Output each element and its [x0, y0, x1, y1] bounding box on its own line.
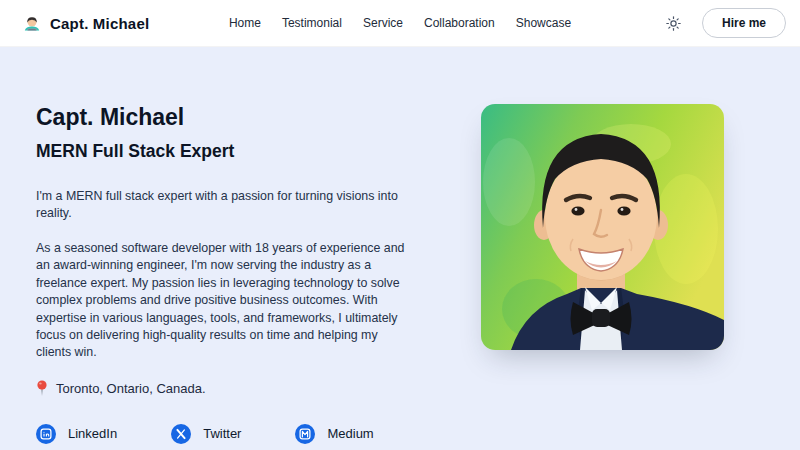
sun-icon [666, 16, 681, 31]
technologist-emoji-icon [22, 13, 42, 33]
medium-icon [295, 424, 315, 444]
social-links: LinkedIn Twitter Medium [36, 424, 416, 444]
profile-photo [481, 104, 724, 350]
brand[interactable]: Capt. Michael [22, 13, 149, 33]
social-label: Twitter [203, 426, 241, 441]
nav-link-showcase[interactable]: Showcase [516, 16, 571, 30]
navbar: Capt. Michael Home Testimonial Service C… [0, 0, 800, 47]
location-text: Toronto, Ontario, Canada. [56, 381, 206, 396]
hire-me-button[interactable]: Hire me [702, 8, 786, 38]
round-pushpin-icon [36, 380, 48, 397]
intro-text: I'm a MERN full stack expert with a pass… [36, 188, 408, 223]
hero-text-column: Capt. Michael MERN Full Stack Expert I'm… [36, 104, 416, 444]
theme-toggle-button[interactable] [664, 14, 683, 33]
page-title: Capt. Michael [36, 104, 416, 132]
hero-section: Capt. Michael MERN Full Stack Expert I'm… [0, 47, 800, 450]
social-label: Medium [327, 426, 373, 441]
social-link-twitter[interactable]: Twitter [171, 424, 241, 444]
nav-link-collaboration[interactable]: Collaboration [424, 16, 495, 30]
location-row: Toronto, Ontario, Canada. [36, 380, 416, 397]
social-link-linkedin[interactable]: LinkedIn [36, 424, 117, 444]
page-subtitle: MERN Full Stack Expert [36, 141, 416, 162]
social-link-medium[interactable]: Medium [295, 424, 373, 444]
nav-link-testimonial[interactable]: Testimonial [282, 16, 342, 30]
social-label: LinkedIn [68, 426, 117, 441]
nav-link-home[interactable]: Home [229, 16, 261, 30]
navbar-controls: Hire me [664, 8, 786, 38]
linkedin-icon [36, 424, 56, 444]
bio-text: As a seasoned software developer with 18… [36, 240, 408, 362]
brand-name: Capt. Michael [50, 15, 149, 32]
x-icon [171, 424, 191, 444]
nav-links: Home Testimonial Service Collaboration S… [229, 0, 571, 46]
nav-link-service[interactable]: Service [363, 16, 403, 30]
